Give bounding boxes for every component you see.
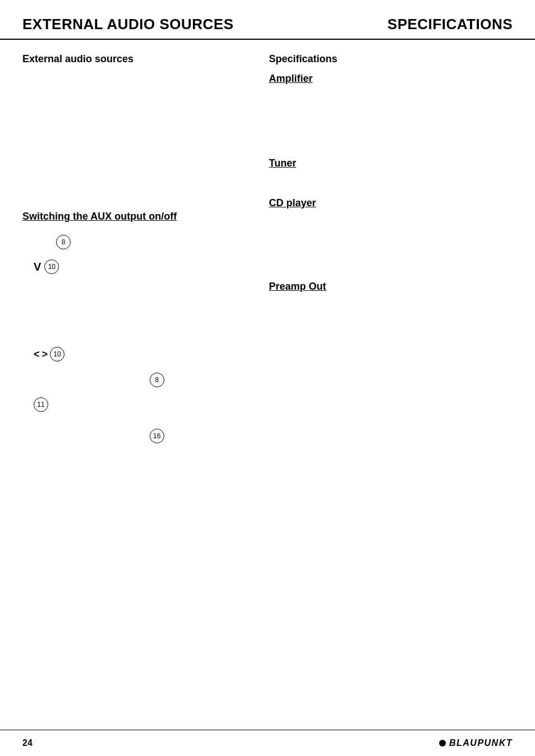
preamp-out-link[interactable]: Preamp Out: [269, 281, 513, 293]
step-circle-8-top: 8: [56, 235, 247, 249]
switching-title: Switching the AUX output on/off: [22, 211, 247, 222]
circle-8-bottom: 8: [150, 373, 164, 387]
num-row-8: 8: [67, 373, 247, 387]
circle-16: 16: [150, 429, 164, 443]
right-column: Specifications Amplifier Tuner CD player…: [258, 40, 513, 453]
right-section-title: Specifications: [269, 53, 513, 65]
left-arrow: <: [34, 349, 40, 360]
circle-8-top: 8: [56, 235, 71, 249]
header-left-title: EXTERNAL AUDIO SOURCES: [22, 16, 234, 33]
num-row-11: 11: [34, 397, 247, 412]
num-row-16: 16: [67, 429, 247, 443]
tuner-link[interactable]: Tuner: [269, 157, 513, 169]
page-footer: 24 BLAUPUNKT: [0, 730, 535, 756]
header-right-title: SPECIFICATIONS: [388, 16, 513, 33]
brand-name: BLAUPUNKT: [449, 738, 513, 748]
circle-10-arrows: 10: [50, 347, 64, 361]
left-column: External audio sources Switching the AUX…: [22, 40, 258, 453]
v-symbol: V: [34, 261, 41, 273]
cd-player-link[interactable]: CD player: [269, 197, 513, 209]
right-arrow: >: [42, 349, 48, 360]
switching-section: Switching the AUX output on/off 8 V 10: [22, 211, 247, 274]
brand-dot-icon: [439, 740, 446, 746]
left-section-title: External audio sources: [22, 53, 247, 65]
arrows-row: < > 10: [34, 347, 247, 361]
bottom-left-section: < > 10 8 11 16: [22, 347, 247, 443]
circle-11: 11: [34, 397, 48, 412]
circle-10-v: 10: [44, 259, 59, 274]
preamp-section: Preamp Out: [269, 281, 513, 293]
page-number: 24: [22, 738, 33, 748]
main-content: External audio sources Switching the AUX…: [0, 40, 535, 453]
amplifier-link[interactable]: Amplifier: [269, 73, 513, 85]
cd-player-section: CD player: [269, 197, 513, 209]
page: EXTERNAL AUDIO SOURCES SPECIFICATIONS Ex…: [0, 0, 535, 756]
page-header: EXTERNAL AUDIO SOURCES SPECIFICATIONS: [0, 0, 535, 40]
step-v-10: V 10: [34, 259, 247, 274]
brand-logo: BLAUPUNKT: [439, 738, 513, 748]
